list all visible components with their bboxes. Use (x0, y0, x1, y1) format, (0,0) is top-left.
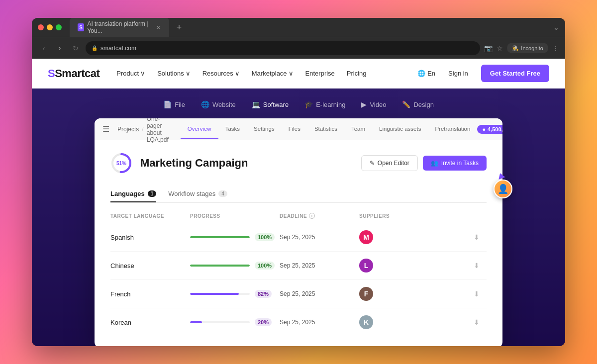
table-row: Spanish 100% Sep 25, 2025 M (110, 223, 487, 252)
supplier-avatar-french: F (359, 287, 373, 301)
project-tab-team[interactable]: Team (344, 120, 372, 139)
nav-product[interactable]: Product ∨ (111, 67, 150, 80)
supplier-avatar-spanish: M (359, 230, 373, 244)
content-tab-file-label: File (175, 101, 185, 108)
invite-button[interactable]: 👥 Invite in Tasks (423, 156, 487, 171)
progress-ring: 51% (110, 152, 132, 174)
col-progress: PROGRESS (190, 213, 280, 219)
get-started-button[interactable]: Get Started Free (481, 65, 549, 82)
progress-pct-korean: 20% (255, 318, 272, 326)
download-korean[interactable]: ⬇ (467, 318, 487, 326)
tab-close-icon[interactable]: ✕ (155, 24, 161, 31)
camera-icon[interactable]: 📷 (484, 44, 493, 52)
refresh-button[interactable]: ↻ (70, 42, 82, 54)
progress-spanish: 100% (190, 233, 280, 241)
minimize-button[interactable] (47, 24, 53, 30)
bookmark-icon[interactable]: ☆ (497, 44, 503, 52)
nav-links: Product ∨ Solutions ∨ Resources ∨ Market… (111, 67, 405, 80)
invite-icon: 👥 (431, 160, 438, 167)
progress-fill (190, 321, 202, 323)
project-tab-overview[interactable]: Overview (181, 120, 218, 139)
progress-track (190, 293, 250, 295)
open-editor-button[interactable]: ✎ Open Editor (361, 155, 418, 171)
globe-icon: 🌐 (417, 70, 425, 77)
content-tab-file[interactable]: 📄 File (163, 98, 185, 110)
lang-selector[interactable]: 🌐 En (417, 70, 435, 77)
software-icon: 💻 (252, 100, 260, 108)
project-tab-pretranslation[interactable]: Pretranslation (428, 120, 477, 139)
col-progress-label: PROGRESS (190, 213, 220, 219)
site-content: SSmartcat Product ∨ Solutions ∨ Resource… (32, 59, 565, 346)
credit-icon: ● (482, 126, 486, 132)
content-tab-video-label: Video (370, 101, 386, 108)
tab-workflow[interactable]: Workflow stages 4 (168, 186, 227, 202)
back-button[interactable]: ‹ (38, 42, 50, 54)
project-tab-linguistic[interactable]: Linguistic assets (372, 120, 428, 139)
project-title-row: 51% Marketing Campaign (110, 152, 248, 174)
deadline-spanish: Sep 25, 2025 (280, 234, 359, 241)
project-tab-settings[interactable]: Settings (247, 120, 282, 139)
file-icon: 📄 (163, 100, 172, 108)
project-tab-files[interactable]: Files (282, 120, 307, 139)
content-tab-video[interactable]: ▶ Video (361, 98, 386, 110)
col-suppliers-label: SUPPLIERS (359, 213, 390, 219)
content-tab-website[interactable]: 🌐 Website (201, 98, 236, 110)
hamburger-icon[interactable]: ☰ (102, 124, 109, 134)
tab-languages[interactable]: Languages 1 (110, 186, 156, 202)
url-text: smartcat.com (100, 45, 136, 52)
traffic-lights (38, 24, 62, 30)
address-actions: 📷 ☆ 🕵 Incognito ⋮ (484, 43, 559, 53)
breadcrumb-separator: / (142, 126, 143, 133)
supplier-french: F (359, 287, 467, 301)
maximize-button[interactable] (56, 24, 62, 30)
nav-marketplace[interactable]: Marketplace ∨ (247, 67, 298, 80)
credit-badge: ● 4,500,500 (477, 125, 502, 134)
nav-resources-label: Resources (202, 70, 233, 77)
col-target-language-label: TARGET LANGUAGE (110, 213, 164, 219)
nav-solutions[interactable]: Solutions ∨ (152, 67, 195, 80)
project-tab-tasks[interactable]: Tasks (218, 120, 247, 139)
nav-resources[interactable]: Resources ∨ (198, 67, 245, 80)
hero-section: 📄 File 🌐 Website 💻 Software 🎓 E-learning… (32, 89, 565, 346)
project-content: 51% Marketing Campaign ✎ Open Editor (95, 140, 502, 346)
forward-button[interactable]: › (54, 42, 66, 54)
nav-enterprise[interactable]: Enterprise (300, 67, 340, 80)
col-target-language: TARGET LANGUAGE (110, 213, 190, 219)
cursor-triangle-icon (497, 172, 505, 180)
tab-languages-count: 1 (148, 190, 157, 197)
nav-pricing[interactable]: Pricing (342, 67, 372, 80)
lang-spanish: Spanish (110, 234, 190, 241)
tab-chevron-icon[interactable]: ⌄ (553, 23, 559, 31)
project-nav: ☰ Projects / One-pager about LQA.pdf Ove… (95, 118, 502, 140)
download-french[interactable]: ⬇ (467, 290, 487, 298)
new-tab-button[interactable]: + (173, 21, 185, 33)
content-tab-software[interactable]: 💻 Software (252, 98, 289, 110)
project-tab-statistics[interactable]: Statistics (307, 120, 344, 139)
menu-icon[interactable]: ⋮ (552, 44, 559, 52)
close-button[interactable] (38, 24, 44, 30)
browser-tab[interactable]: S AI translation platform | You... ✕ (70, 18, 169, 37)
content-tabs: 📄 File 🌐 Website 💻 Software 🎓 E-learning… (163, 89, 434, 118)
col-deadline: DEADLINE i (280, 213, 359, 219)
credit-amount: 4,500,500 (488, 126, 502, 132)
nav-marketplace-label: Marketplace (252, 70, 287, 77)
nav-product-chevron: ∨ (140, 70, 145, 77)
content-tab-design[interactable]: ✏️ Design (402, 98, 433, 110)
progress-ring-label: 51% (116, 161, 126, 166)
breadcrumb-item[interactable]: One-pager about LQA.pdf (147, 118, 169, 143)
incognito-badge: 🕵 Incognito (507, 43, 548, 53)
breadcrumb-root[interactable]: Projects (117, 126, 139, 133)
url-bar[interactable]: 🔒 smartcat.com (86, 41, 480, 55)
col-suppliers: SUPPLIERS (359, 213, 467, 219)
project-tabs: Overview Tasks Settings Files Statistics… (181, 120, 478, 139)
progress-track (190, 265, 250, 267)
sign-in-button[interactable]: Sign in (443, 67, 473, 80)
tab-favicon: S (78, 23, 84, 31)
edit-icon: ✎ (370, 160, 375, 167)
content-tab-elearning[interactable]: 🎓 E-learning (304, 98, 345, 110)
logo[interactable]: SSmartcat (48, 67, 100, 80)
project-title: Marketing Campaign (140, 157, 248, 170)
download-chinese[interactable]: ⬇ (467, 262, 487, 270)
download-spanish[interactable]: ⬇ (467, 233, 487, 241)
lock-icon: 🔒 (92, 45, 98, 51)
